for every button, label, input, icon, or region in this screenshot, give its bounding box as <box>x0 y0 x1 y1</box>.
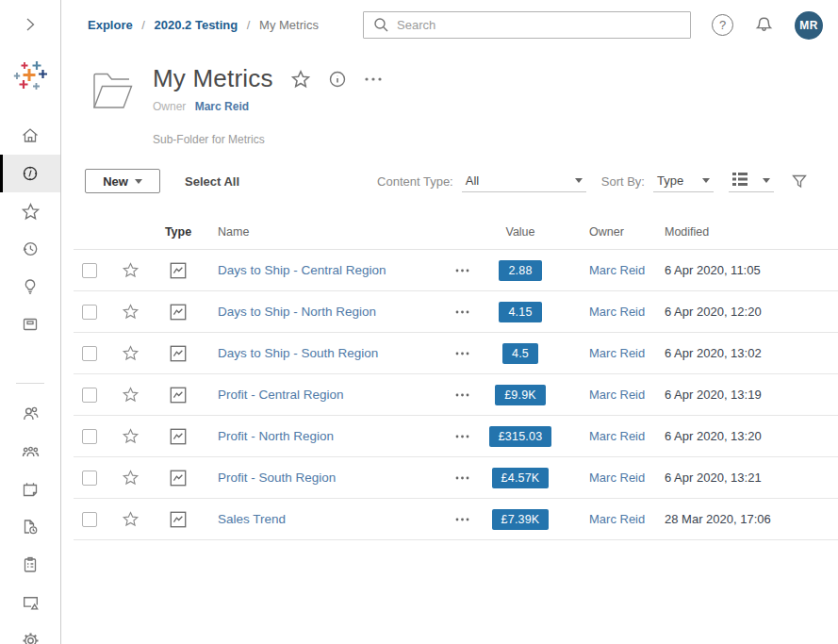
sidebar-item-settings[interactable] <box>0 621 60 644</box>
row-modified-date: 6 Apr 2020, 13:02 <box>658 346 838 360</box>
sidebar-item-collections[interactable] <box>0 305 60 343</box>
details-button[interactable] <box>328 70 347 89</box>
row-actions-button[interactable] <box>449 435 475 438</box>
favorites-star-icon <box>21 202 41 222</box>
row-checkbox[interactable] <box>82 388 97 403</box>
sidebar-item-recents[interactable] <box>0 230 60 268</box>
select-all-button[interactable]: Select All <box>185 174 239 189</box>
row-modified-date: 6 Apr 2020, 13:19 <box>658 388 838 402</box>
favorite-star-button[interactable] <box>290 69 311 90</box>
top-bar: Explore / 2020.2 Testing / My Metrics ? … <box>61 0 838 50</box>
groups-icon <box>21 442 41 462</box>
search-box[interactable] <box>363 11 691 39</box>
row-favorite-button[interactable] <box>106 469 155 487</box>
metric-name-link[interactable]: Profit - Central Region <box>218 388 344 402</box>
row-actions-button[interactable] <box>449 518 475 521</box>
content-type-label: Content Type: <box>377 174 453 189</box>
star-icon <box>122 469 140 487</box>
row-actions-button[interactable] <box>449 269 475 272</box>
metric-name-link[interactable]: Days to Ship - Central Region <box>218 263 386 277</box>
column-header-owner[interactable]: Owner <box>566 225 658 239</box>
tableau-logo[interactable] <box>0 58 60 92</box>
column-header-name[interactable]: Name <box>202 225 449 239</box>
schedules-calendar-icon <box>21 480 40 499</box>
help-button[interactable]: ? <box>712 14 733 36</box>
sidebar-item-jobs[interactable] <box>0 546 60 584</box>
new-button-label: New <box>103 174 128 189</box>
row-favorite-button[interactable] <box>106 303 155 321</box>
row-actions-button[interactable] <box>449 476 475 480</box>
sidebar-item-groups[interactable] <box>0 433 60 471</box>
row-checkbox[interactable] <box>82 346 97 361</box>
left-nav-rail <box>0 0 61 644</box>
row-owner-link[interactable]: Marc Reid <box>589 512 645 526</box>
row-favorite-button[interactable] <box>106 386 155 404</box>
row-checkbox[interactable] <box>82 429 97 444</box>
view-mode-dropdown[interactable] <box>729 170 774 192</box>
filter-button[interactable] <box>791 173 808 190</box>
row-checkbox[interactable] <box>82 263 97 278</box>
metric-name-link[interactable]: Profit - South Region <box>218 471 336 485</box>
sidebar-item-site-status[interactable] <box>0 584 60 621</box>
ellipsis-icon <box>455 518 469 521</box>
row-owner-link[interactable]: Marc Reid <box>589 471 645 485</box>
sidebar-item-tasks[interactable] <box>0 508 60 546</box>
row-actions-button[interactable] <box>449 352 475 355</box>
row-favorite-button[interactable] <box>106 261 155 279</box>
breadcrumb: Explore / 2020.2 Testing / My Metrics <box>88 18 319 32</box>
row-owner-link[interactable]: Marc Reid <box>589 388 645 402</box>
metric-name-link[interactable]: Days to Ship - North Region <box>218 305 376 319</box>
sidebar-item-schedules[interactable] <box>0 471 60 508</box>
table-row: Profit - Central Region £9.9K Marc Reid … <box>74 374 838 416</box>
breadcrumb-project-link[interactable]: 2020.2 Testing <box>155 18 238 32</box>
breadcrumb-explore-link[interactable]: Explore <box>88 18 133 32</box>
sidebar-item-recommendations[interactable] <box>0 268 60 305</box>
column-header-type[interactable]: Type <box>155 225 202 239</box>
metric-name-link[interactable]: Sales Trend <box>218 512 286 526</box>
metric-name-link[interactable]: Profit - North Region <box>218 429 334 443</box>
chevron-right-icon <box>23 17 38 32</box>
metric-name-link[interactable]: Days to Ship - South Region <box>218 346 378 360</box>
sidebar-item-favorites[interactable] <box>0 192 60 230</box>
notifications-button[interactable] <box>754 15 774 36</box>
explore-compass-icon <box>21 164 40 183</box>
owner-link[interactable]: Marc Reid <box>195 100 249 113</box>
row-checkbox[interactable] <box>82 512 97 527</box>
row-checkbox[interactable] <box>82 471 97 486</box>
row-owner-link[interactable]: Marc Reid <box>589 263 645 277</box>
folder-icon <box>90 68 135 111</box>
row-favorite-button[interactable] <box>106 344 155 362</box>
sidebar-item-home[interactable] <box>0 117 60 155</box>
rail-primary-nav <box>0 117 60 343</box>
funnel-icon <box>791 173 808 190</box>
more-actions-button[interactable] <box>364 76 383 82</box>
row-favorite-button[interactable] <box>106 427 155 445</box>
metric-value-badge: 2.88 <box>499 260 541 281</box>
info-icon <box>328 70 347 89</box>
column-header-modified[interactable]: Modified <box>658 225 838 239</box>
metric-value-badge: £9.9K <box>495 385 546 405</box>
star-icon <box>122 427 140 445</box>
ellipsis-icon <box>455 352 469 355</box>
user-avatar[interactable]: MR <box>795 11 823 40</box>
row-owner-link[interactable]: Marc Reid <box>589 429 645 443</box>
row-favorite-button[interactable] <box>106 510 155 528</box>
sort-by-dropdown[interactable]: Type <box>653 170 714 192</box>
expand-sidebar-button[interactable] <box>0 11 60 38</box>
content-type-dropdown[interactable]: All <box>462 170 586 192</box>
content-toolbar: New Select All Content Type: All Sort By… <box>61 168 838 194</box>
column-header-value[interactable]: Value <box>475 225 566 239</box>
search-input[interactable] <box>397 18 690 32</box>
row-checkbox[interactable] <box>82 305 97 320</box>
sort-by-value: Type <box>657 173 683 188</box>
sidebar-item-explore[interactable] <box>0 155 60 192</box>
sidebar-item-users[interactable] <box>0 395 60 433</box>
row-owner-link[interactable]: Marc Reid <box>589 305 645 319</box>
topbar-actions: ? MR <box>712 0 823 50</box>
row-actions-button[interactable] <box>449 393 475 397</box>
metric-type-icon <box>170 345 187 362</box>
row-owner-link[interactable]: Marc Reid <box>589 346 645 360</box>
row-actions-button[interactable] <box>449 310 475 314</box>
ellipsis-icon <box>455 269 469 272</box>
new-button[interactable]: New <box>85 169 160 193</box>
